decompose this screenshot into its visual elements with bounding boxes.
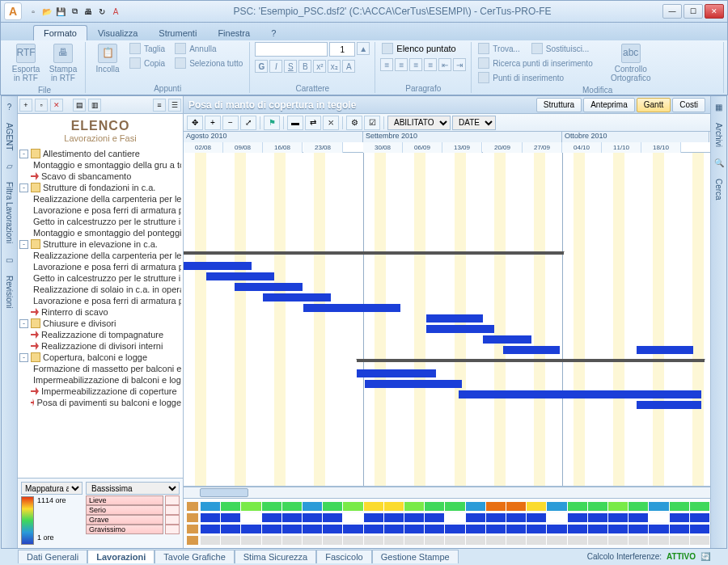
- gantt-bar[interactable]: [365, 380, 462, 388]
- gantt-bar[interactable]: [235, 283, 303, 291]
- filter-icon[interactable]: ▱: [5, 158, 15, 174]
- tree-toggle[interactable]: -: [19, 240, 28, 249]
- bold-button[interactable]: G: [255, 60, 268, 73]
- tree-toggle[interactable]: -: [19, 183, 28, 192]
- gt-zoomin-icon[interactable]: +: [205, 116, 221, 130]
- gt-bar-icon[interactable]: ▬: [287, 116, 303, 130]
- view-struttura-button[interactable]: Struttura: [536, 98, 582, 112]
- italic-button[interactable]: I: [269, 60, 282, 73]
- tree-node[interactable]: Realizzazione di solaio in c.a. in opera…: [19, 284, 181, 295]
- tree-node[interactable]: Formazione di massetto per balconi e log…: [19, 363, 181, 374]
- gt-zoomfit-icon[interactable]: ⤢: [240, 116, 256, 130]
- strike-button[interactable]: B: [298, 60, 311, 73]
- tree-node[interactable]: Lavorazione e posa ferri di armatura per: [19, 295, 181, 306]
- qa-refresh-icon[interactable]: ↻: [95, 5, 108, 18]
- find-ins-button[interactable]: Ricerca punti di inserimento: [476, 57, 594, 70]
- qa-print-icon[interactable]: 🖶: [82, 5, 95, 18]
- bullets-button[interactable]: Elenco puntato: [380, 42, 457, 55]
- tree-node[interactable]: -Copertura, balconi e logge: [19, 352, 181, 363]
- font-combo[interactable]: [255, 42, 328, 57]
- gt-zoomout-icon[interactable]: −: [222, 116, 239, 130]
- gantt-bar[interactable]: [357, 369, 436, 377]
- bottom-tab-dati-generali[interactable]: Dati Generali: [18, 550, 87, 563]
- gantt-chart[interactable]: Agosto 2010Settembre 2010Ottobre 201002/…: [184, 132, 710, 487]
- qa-new-icon[interactable]: ▫: [27, 5, 40, 18]
- tab-cerca[interactable]: Cerca: [713, 175, 725, 204]
- severity-select[interactable]: Bassissima: [86, 482, 180, 495]
- print-rtf-button[interactable]: 🖶Stampa in RTF: [46, 42, 80, 84]
- tree-node[interactable]: -Strutture in elevazione in c.a.: [19, 238, 181, 250]
- tab-agent[interactable]: AGENT: [3, 120, 15, 154]
- copy-button[interactable]: CopiaSeleziona tutto: [128, 57, 244, 70]
- gt-link-icon[interactable]: ⇄: [305, 116, 321, 130]
- bottom-tab-stima-sicurezza[interactable]: Stima Sicurezza: [235, 550, 316, 563]
- tree-node[interactable]: Lavorazione e posa ferri di armatura per: [19, 204, 181, 216]
- gantt-bar[interactable]: [263, 293, 331, 301]
- tree-node[interactable]: Realizzazione di divisori interni: [19, 340, 181, 352]
- gantt-bar[interactable]: [426, 314, 483, 323]
- gantt-bar[interactable]: [303, 304, 400, 312]
- qa-saveall-icon[interactable]: ⧉: [68, 5, 81, 18]
- minimize-button[interactable]: —: [662, 4, 682, 19]
- indent-button[interactable]: ⇥: [453, 58, 466, 71]
- tree-toggle[interactable]: -: [19, 353, 28, 362]
- tree-toggle[interactable]: -: [19, 319, 28, 328]
- gt-cfg2-icon[interactable]: ☑: [364, 116, 380, 130]
- severity-row[interactable]: Lieve: [86, 495, 180, 505]
- bottom-tab-lavorazioni[interactable]: Lavorazioni: [87, 550, 154, 563]
- align-justify-button[interactable]: ≡: [424, 58, 437, 71]
- tree-node[interactable]: Montaggio e smontaggio del ponteggio met…: [19, 227, 181, 238]
- tree-node[interactable]: Getto in calcestruzzo per le strutture i…: [19, 216, 181, 227]
- paste-button[interactable]: 📋Incolla: [91, 42, 125, 75]
- cut-button[interactable]: TagliaAnnulla: [128, 42, 244, 55]
- gantt-bar[interactable]: [459, 390, 701, 398]
- gantt-summary-bar[interactable]: [184, 251, 564, 255]
- align-right-button[interactable]: ≡: [409, 58, 422, 71]
- ribbon-tab-strumenti[interactable]: Strumenti: [148, 25, 207, 40]
- color-mapping-select[interactable]: Mappatura a colori: [21, 482, 83, 495]
- tree-node[interactable]: Scavo di sbancamento: [19, 171, 181, 182]
- tree-node[interactable]: Rinterro di scavo: [19, 306, 181, 318]
- tab-filtra[interactable]: Filtra Lavorazioni: [3, 179, 15, 247]
- gt-cfg1-icon[interactable]: ⚙: [346, 116, 362, 130]
- ribbon-tab-?[interactable]: ?: [260, 25, 286, 40]
- rev-icon[interactable]: ▭: [4, 252, 15, 268]
- view-costi-button[interactable]: Costi: [672, 98, 705, 112]
- gantt-bar[interactable]: [637, 346, 693, 354]
- bottom-tab-tavole-grafiche[interactable]: Tavole Grafiche: [154, 550, 234, 563]
- gt-abilitato-combo[interactable]: ABILITATO: [387, 116, 451, 130]
- sub-button[interactable]: x₂: [328, 60, 341, 73]
- qa-save-icon[interactable]: 💾: [54, 5, 67, 18]
- tree-node[interactable]: Realizzazione della carpenteria per le s…: [19, 250, 181, 261]
- tree-node[interactable]: -Allestimento del cantiere: [19, 148, 181, 159]
- tree-node[interactable]: Getto in calcestruzzo per le strutture i…: [19, 272, 181, 284]
- maximize-button[interactable]: ☐: [684, 4, 703, 19]
- gantt-summary-bar[interactable]: [357, 359, 705, 362]
- tree-node[interactable]: Lavorazione e posa ferri di armatura per: [19, 261, 181, 272]
- super-button[interactable]: x²: [313, 60, 326, 73]
- search-side-icon[interactable]: 🔍: [713, 155, 726, 171]
- gantt-bar[interactable]: [503, 346, 560, 354]
- font-size-combo[interactable]: [329, 42, 355, 57]
- scroll-thumb[interactable]: [200, 488, 248, 497]
- app-logo[interactable]: A: [4, 2, 22, 20]
- lp-tree-icon[interactable]: ☰: [168, 99, 181, 112]
- tab-archivi[interactable]: Archivi: [713, 120, 725, 150]
- gantt-bar[interactable]: [426, 325, 494, 333]
- gantt-bar[interactable]: [206, 272, 274, 280]
- spellcheck-button[interactable]: abcControllo Ortografico: [614, 42, 648, 84]
- tree-node[interactable]: -Strutture di fondazioni in c.a.: [19, 182, 181, 193]
- ribbon-tab-formato[interactable]: Formato: [33, 25, 87, 40]
- lp-new-icon[interactable]: +: [19, 99, 32, 112]
- lp-doc2-icon[interactable]: ▥: [88, 99, 101, 112]
- tree-node[interactable]: Impermeabilizzazione di balconi e logge: [19, 374, 181, 386]
- view-gantt-button[interactable]: Gantt: [637, 98, 671, 112]
- severity-row[interactable]: Grave: [86, 515, 180, 525]
- outdent-button[interactable]: ⇤: [438, 58, 451, 71]
- tree-node[interactable]: Realizzazione della carpenteria per le s…: [19, 193, 181, 204]
- tree-node[interactable]: Impermeabilizzazione di coperture: [19, 386, 181, 397]
- tree-node[interactable]: Realizzazione di tompagnature: [19, 329, 181, 340]
- qa-open-icon[interactable]: 📂: [40, 5, 53, 18]
- severity-row[interactable]: Serio: [86, 505, 180, 515]
- lp-list-icon[interactable]: ≡: [153, 99, 166, 112]
